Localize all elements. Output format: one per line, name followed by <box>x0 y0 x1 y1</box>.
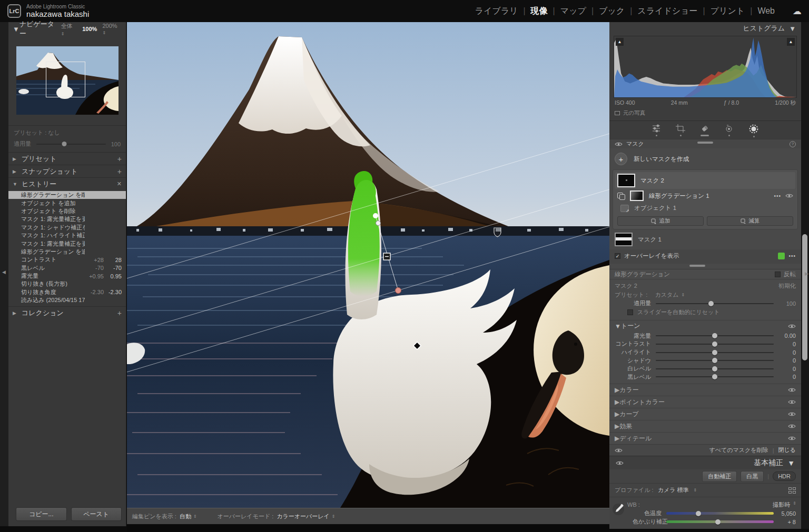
gradient-bottom-handle[interactable] <box>396 288 401 294</box>
history-item[interactable]: 読み込み (2025/04/15 17:05:00) <box>8 296 126 304</box>
healing-tool[interactable] <box>699 124 710 136</box>
gradient-preset-value[interactable]: カスタム <box>655 291 678 299</box>
overlay-color-swatch[interactable] <box>778 253 785 259</box>
profile-browser-icon[interactable] <box>788 487 796 494</box>
eye-icon[interactable] <box>615 142 623 147</box>
history-item[interactable]: 線形グラデーション を削除 <box>8 191 126 199</box>
photo-canvas[interactable] <box>127 22 609 508</box>
wb-updn-icon[interactable]: ⇕ <box>793 501 796 509</box>
history-item[interactable]: オブジェクト を削除 <box>8 207 126 215</box>
auto-button[interactable]: 自動補正 <box>702 471 737 482</box>
eye-icon[interactable] <box>788 436 796 441</box>
module-item[interactable]: ブック <box>594 6 630 17</box>
history-item[interactable]: コントラスト+2828 <box>8 256 126 264</box>
slider-track[interactable] <box>656 344 774 345</box>
gradient1-row[interactable]: 線形グラデーション 1 ••• <box>615 189 795 203</box>
history-item[interactable]: 切り抜き (長方形) <box>8 280 126 288</box>
overlay-options-icon[interactable]: ••• <box>788 253 796 259</box>
right-scrollbar-thumb[interactable] <box>802 234 807 360</box>
module-item[interactable]: スライドショー <box>632 6 703 17</box>
slider-track[interactable] <box>656 360 774 361</box>
add-collection-icon[interactable]: + <box>117 309 122 317</box>
basic-panel-header[interactable]: 基本補正 ▼ <box>609 456 801 469</box>
add-snapshot-icon[interactable]: + <box>117 167 122 176</box>
right-collapse-arrow-icon[interactable]: ▶ <box>805 271 808 276</box>
edit-pins-value[interactable]: 自動 <box>180 513 191 520</box>
eye-icon[interactable] <box>788 424 796 429</box>
preset-amount-knob[interactable] <box>62 142 66 146</box>
slider-track[interactable] <box>656 335 774 336</box>
clear-history-icon[interactable]: ✕ <box>117 180 122 187</box>
object1-row[interactable]: オブジェクト 1 <box>615 203 795 214</box>
collapsed-section-効果[interactable]: ▶効果 <box>609 420 801 432</box>
more-options-icon[interactable]: ••• <box>774 193 781 199</box>
mask-subtract-button[interactable]: 減算 <box>707 216 793 226</box>
preset-amount-slider[interactable] <box>36 144 106 145</box>
zoom-fit-button[interactable]: 全体 ⇕ <box>61 22 77 36</box>
navigator-header[interactable]: ▼ ナビゲーター 全体 ⇕ 100% 200% ⇕ <box>8 22 126 36</box>
profile-updn-icon[interactable]: ⇕ <box>694 488 697 493</box>
auto-reset-checkbox[interactable]: ✓ <box>627 309 633 315</box>
mask2-row[interactable]: マスク 2 <box>615 172 795 189</box>
collapsed-section-カーブ[interactable]: ▶カーブ <box>609 408 801 420</box>
history-item[interactable]: 露光量+0.950.95 <box>8 272 126 280</box>
eye-icon[interactable] <box>788 399 796 405</box>
slider-track[interactable] <box>656 368 774 369</box>
close-masks-button[interactable]: 閉じる <box>778 446 796 454</box>
slider-knob[interactable] <box>712 358 717 363</box>
create-new-mask[interactable]: + 新しいマスクを作成 <box>609 148 801 169</box>
histogram-box[interactable]: ▲ ▲ <box>614 36 797 98</box>
history-header[interactable]: ▼ ヒストリー ✕ <box>8 178 126 190</box>
collapsed-section-カラー[interactable]: ▶カラー <box>609 384 801 396</box>
gradient-center-handle[interactable] <box>383 253 390 260</box>
module-item[interactable]: Web <box>752 6 780 16</box>
navigator-zoom-rect[interactable] <box>46 62 86 98</box>
presets-header[interactable]: ▶ プリセット + <box>8 153 126 165</box>
add-preset-icon[interactable]: + <box>117 155 122 163</box>
mask-panel-header[interactable]: マスク ? <box>609 139 801 148</box>
overlay-mode-value[interactable]: カラーオーバーレイ <box>277 513 330 520</box>
zoom-100-button[interactable]: 100% <box>82 26 97 32</box>
eye-icon[interactable] <box>788 324 796 329</box>
masking-tool[interactable] <box>748 124 759 137</box>
gradient-amount-knob[interactable] <box>708 301 714 306</box>
gradient-amount-slider[interactable] <box>656 303 774 304</box>
slider-knob[interactable] <box>712 333 717 338</box>
edit-pins-updn-icon[interactable]: ⇕ <box>193 514 196 519</box>
navigator-thumbnail[interactable] <box>16 46 119 115</box>
overlay-mode-updn-icon[interactable]: ⇕ <box>332 514 335 519</box>
panel-drag-handle[interactable] <box>697 142 713 144</box>
module-item[interactable]: 現像 <box>526 6 553 17</box>
tint-knob[interactable] <box>715 519 721 525</box>
copy-button[interactable]: コピー... <box>16 507 67 521</box>
history-item[interactable]: オブジェクト を追加 <box>8 199 126 207</box>
history-item[interactable]: 黒レベル-70-70 <box>8 264 126 272</box>
eye-icon[interactable] <box>788 387 796 393</box>
cloud-sync-icon[interactable]: ☁ <box>793 6 802 17</box>
temp-slider[interactable] <box>666 512 774 515</box>
collapsed-section-ポイントカラー[interactable]: ▶ポイントカラー <box>609 396 801 408</box>
paste-button[interactable]: ペースト <box>71 507 122 521</box>
gradient-top-handle[interactable] <box>373 213 378 218</box>
wb-value[interactable]: 撮影時 <box>773 501 790 509</box>
history-item[interactable]: マスク 1: 露光量補正を更新 <box>8 239 126 247</box>
bw-button[interactable]: 白黒 <box>741 471 764 482</box>
tint-slider[interactable] <box>666 520 774 523</box>
module-item[interactable]: ライブラリ <box>470 6 524 17</box>
eye-icon[interactable] <box>785 193 793 198</box>
profile-value[interactable]: カメラ 標準 <box>658 486 689 494</box>
slider-track[interactable] <box>656 376 774 377</box>
mask1-row[interactable]: マスク 1 <box>609 229 801 249</box>
temp-knob[interactable] <box>696 511 701 516</box>
collapsed-section-ディテール[interactable]: ▶ディテール <box>609 432 801 444</box>
eye-icon[interactable] <box>788 411 796 417</box>
eye-icon[interactable] <box>615 448 623 453</box>
module-item[interactable]: プリント <box>705 6 751 17</box>
show-overlay-checkbox[interactable]: ✓ <box>615 253 620 259</box>
histogram-header[interactable]: ヒストグラム ▼ <box>609 22 801 35</box>
mask-pin-icon[interactable] <box>494 228 501 237</box>
history-item[interactable]: マスク 1: シャドウ補正を更新 <box>8 224 126 232</box>
shadow-clipping-icon[interactable]: ▲ <box>616 38 624 46</box>
highlight-clipping-icon[interactable]: ▲ <box>787 38 795 46</box>
snapshots-header[interactable]: ▶ スナップショット + <box>8 165 126 177</box>
